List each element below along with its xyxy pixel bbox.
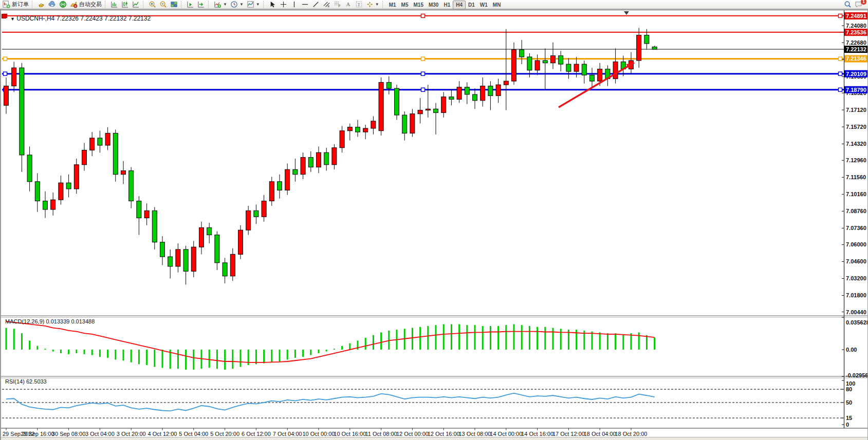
arrows-icon: [366, 1, 374, 8]
macd-axis-label: 0.035628: [846, 319, 867, 326]
indicators-button[interactable]: ▼: [212, 0, 229, 9]
timeframe-H1[interactable]: H1: [441, 1, 453, 9]
zoom-in-button[interactable]: [147, 0, 158, 9]
candle-body: [590, 75, 595, 81]
cursor-button[interactable]: [267, 0, 278, 9]
candle-body: [559, 55, 563, 64]
equidistant-channel-button[interactable]: E: [321, 0, 332, 9]
candle-body: [504, 81, 508, 85]
line-anchor[interactable]: [421, 88, 425, 91]
line-anchor[interactable]: [839, 88, 842, 91]
line-anchor[interactable]: [4, 57, 7, 61]
svg-text:T: T: [357, 2, 360, 7]
svg-text:A: A: [346, 2, 350, 7]
price-tick-label: 7.04600: [846, 258, 866, 264]
line-anchor[interactable]: [421, 72, 425, 75]
timeframe-M30[interactable]: M30: [426, 1, 441, 9]
macd-signal-line: [6, 321, 655, 362]
chart-symbol-period: USDCNH-,H4: [16, 15, 54, 22]
timeframe-H4[interactable]: H4: [453, 1, 466, 9]
virtual-hosting-button[interactable]: [47, 0, 58, 9]
trendline-icon: [312, 1, 320, 8]
candle-body: [43, 201, 48, 210]
market-button[interactable]: [36, 0, 47, 9]
trendline-button[interactable]: [310, 0, 321, 9]
timeframe-M15[interactable]: M15: [411, 1, 426, 9]
toolbar-separator: [181, 1, 183, 8]
time-axis-label: 12 Oct 00:00: [396, 431, 429, 437]
rsi-value: 62.5033: [26, 378, 47, 385]
line-anchor[interactable]: [4, 72, 7, 75]
candle-body: [356, 127, 360, 132]
timeframe-M5[interactable]: M5: [399, 1, 411, 9]
candle-body: [129, 171, 134, 201]
candle-body: [105, 133, 110, 145]
chat-button[interactable]: 1: [853, 0, 864, 9]
chart-collapse-icon[interactable]: ▼: [10, 16, 15, 22]
periods-icon: [230, 1, 238, 8]
time-axis-label: 4 Oct 12:00: [148, 431, 177, 437]
templates-icon: [247, 1, 254, 8]
chart-shift-marker[interactable]: [624, 11, 629, 15]
line-anchor[interactable]: [839, 57, 842, 61]
timeframe-D1[interactable]: D1: [466, 1, 477, 9]
search-button[interactable]: [842, 0, 853, 9]
chart-canvas[interactable]: 7.240807.226807.212807.198807.185207.171…: [1, 10, 867, 440]
mt4-terminal: 新订单 自动交易: [0, 0, 868, 440]
text-icon: A: [344, 1, 352, 8]
price-marker-text: 7.21346: [846, 55, 866, 62]
bar-chart-icon: [110, 1, 118, 8]
price-tick-label: 7.17120: [846, 107, 866, 113]
chart-shift-button[interactable]: [196, 0, 207, 9]
candle-body: [473, 94, 477, 101]
candle-body: [59, 183, 63, 200]
line-anchor[interactable]: [839, 14, 842, 17]
candle-body: [395, 88, 399, 115]
candle-body: [144, 211, 149, 218]
candle-body: [418, 110, 422, 114]
auto-scroll-button[interactable]: [185, 0, 196, 9]
candlestick-chart-button[interactable]: [120, 0, 131, 9]
candle-body: [340, 131, 344, 148]
window-bottom-edge: [1, 437, 867, 440]
text-label-button[interactable]: T: [354, 0, 364, 9]
signals-button[interactable]: [58, 0, 68, 9]
price-tick-label: 7.03200: [846, 275, 866, 281]
tile-windows-button[interactable]: [169, 0, 179, 9]
vertical-line-button[interactable]: [289, 0, 300, 9]
toolbar-separator: [263, 1, 266, 8]
line-anchor-red[interactable]: [2, 14, 6, 18]
line-anchor[interactable]: [421, 57, 425, 61]
time-axis-label: 3 Oct 04:00: [85, 431, 115, 437]
autotrading-icon: [70, 1, 78, 8]
candle-body: [262, 201, 266, 217]
arrows-button[interactable]: ▼: [364, 0, 381, 9]
line-chart-button[interactable]: [131, 0, 141, 9]
timeframe-M1[interactable]: M1: [386, 1, 399, 9]
dropdown-caret: ▼: [223, 3, 227, 7]
chart-title: ▼ USDCNH-,H4 7.22326 7.22423 7.22132 7.2…: [10, 15, 151, 22]
fibonacci-button[interactable]: F: [332, 0, 343, 9]
time-axis-label: 5 Oct 04:00: [179, 431, 208, 437]
horizontal-line-button[interactable]: [300, 0, 310, 9]
time-axis-label: 11 Oct 08:00: [365, 431, 397, 437]
bar-chart-button[interactable]: [109, 0, 120, 9]
text-button[interactable]: A: [343, 0, 354, 9]
line-anchor[interactable]: [421, 14, 425, 17]
chart-shift-icon: [197, 1, 205, 8]
text-label-icon: T: [355, 1, 363, 8]
autotrading-button[interactable]: 自动交易: [68, 0, 103, 9]
timeframe-MN[interactable]: MN: [490, 1, 504, 9]
svg-text:E: E: [327, 5, 329, 8]
periods-button[interactable]: ▼: [229, 0, 245, 9]
time-axis-label: 12 Oct 16:00: [428, 431, 460, 437]
zoom-out-button[interactable]: [158, 0, 169, 9]
signals-icon: [59, 1, 67, 8]
new-order-button[interactable]: 新订单: [1, 0, 30, 9]
candle-body: [613, 62, 618, 79]
crosshair-button[interactable]: [278, 0, 289, 9]
templates-button[interactable]: ▼: [245, 0, 262, 9]
timeframe-W1[interactable]: W1: [477, 1, 490, 9]
line-anchor[interactable]: [839, 72, 842, 75]
candlestick-chart-icon: [121, 1, 129, 8]
